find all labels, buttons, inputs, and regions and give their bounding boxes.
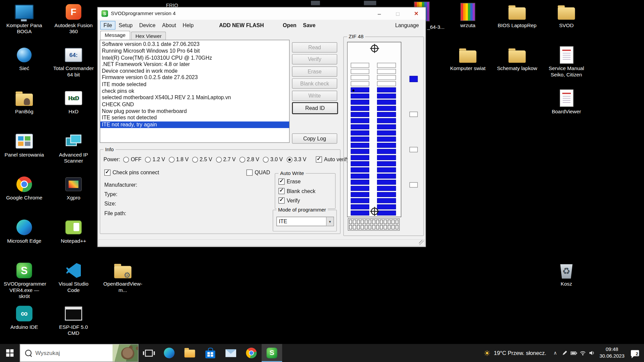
menu-item[interactable]: Device: [136, 21, 159, 29]
taskbar-search[interactable]: Wyszukaj: [20, 344, 139, 362]
taskbar-app[interactable]: [262, 344, 282, 362]
log-line[interactable]: Now plug power to the motherboard: [100, 108, 289, 115]
desktop-icon[interactable]: Microsoft Edge: [4, 218, 45, 244]
volume-icon[interactable]: [587, 350, 596, 356]
action-button[interactable]: Blank check: [292, 78, 337, 89]
menu-item[interactable]: About: [159, 21, 179, 29]
task-view-button[interactable]: [139, 344, 159, 362]
log-line[interactable]: check pins ok: [100, 88, 289, 95]
menu-item[interactable]: Language: [392, 21, 422, 29]
auto-write-checkbox[interactable]: Blank check: [278, 188, 315, 194]
search-icon: [25, 350, 32, 356]
titlebar[interactable]: SVODprogrammer version 4 – □ ×: [98, 7, 425, 20]
desktop-icon[interactable]: PanBóg: [4, 88, 45, 115]
menu-item[interactable]: ADD NEW FLASH: [216, 21, 267, 29]
chevron-down-icon[interactable]: ▾: [326, 217, 333, 226]
clock[interactable]: 09:48 30.06.2023: [596, 347, 628, 360]
desktop-icon[interactable]: Total Commander 64 bit: [53, 46, 94, 78]
desktop-icon[interactable]: Schematy lapkow: [496, 46, 537, 72]
desktop-icon-label: Schematy lapkow: [496, 66, 537, 72]
log-line[interactable]: ITE series not detected: [100, 115, 289, 121]
hxd-icon: [65, 91, 82, 105]
log-line[interactable]: ITE mode selected: [100, 81, 289, 88]
power-radio[interactable]: 1.8 V: [169, 157, 189, 163]
folder-user-icon: [16, 94, 33, 106]
desktop-icon[interactable]: Arduino IDE: [4, 304, 45, 330]
menu-item[interactable]: Setup: [115, 21, 136, 29]
quad-checkbox[interactable]: QUAD: [247, 170, 270, 176]
power-radio[interactable]: 1.2 V: [145, 157, 165, 163]
desktop-icon[interactable]: Advanced IP Scanner: [53, 132, 94, 164]
check-pins-checkbox[interactable]: Check pins connect: [104, 170, 159, 176]
desktop-icon[interactable]: Komputer Pana BOGA: [4, 2, 45, 35]
desktop-icon[interactable]: SVOD: [546, 2, 587, 28]
power-row: Power: OFF 1.2 V 1.8 V: [104, 157, 338, 163]
taskbar-app[interactable]: [241, 344, 262, 362]
desktop-icon[interactable]: Service Manual Seiko, Citizen: [546, 46, 587, 78]
desktop-icon[interactable]: OpenBoardView-m...: [102, 261, 143, 293]
log-line[interactable]: selected motherboard X540LJ REV 2.1 Main…: [100, 95, 289, 101]
menu-item[interactable]: File: [100, 21, 115, 29]
desktop-icon[interactable]: Autodesk Fusion 360: [53, 2, 94, 35]
desktop-icon[interactable]: Kosz: [546, 261, 587, 287]
pen-icon[interactable]: [560, 350, 569, 356]
desktop-icon[interactable]: BoardViewer: [546, 88, 587, 115]
tray-chevron-up-icon[interactable]: [550, 350, 560, 356]
power-radio[interactable]: 2.8 V: [239, 157, 259, 163]
menu-item[interactable]: Open: [279, 21, 300, 29]
close-button[interactable]: ×: [407, 7, 425, 19]
log-line[interactable]: .NET Framework Version: 4.8 or later: [100, 61, 289, 68]
message-log[interactable]: Software version 0.0.3.1 date 27.06.2023…: [100, 40, 290, 143]
tab[interactable]: Hex Viewer: [131, 32, 166, 40]
desktop-icon[interactable]: Google Chrome: [4, 175, 45, 201]
taskbar-app[interactable]: [159, 344, 179, 362]
auto-write-checkbox[interactable]: Verify: [278, 197, 315, 203]
menu-item[interactable]: Help: [179, 21, 197, 29]
minimize-button[interactable]: –: [370, 7, 388, 19]
action-button[interactable]: Erase: [292, 66, 337, 77]
action-button[interactable]: Read: [292, 42, 337, 53]
desktop-icon[interactable]: Panel sterowania: [4, 132, 45, 158]
log-line[interactable]: Intel(R) Core(TM) i5-10310U CPU @ 1.70GH…: [100, 54, 289, 61]
power-radio[interactable]: 3.0 V: [263, 157, 283, 163]
log-line[interactable]: Software version 0.0.3.1 date 27.06.2023: [100, 41, 289, 48]
notification-center-button[interactable]: 2: [628, 350, 642, 356]
battery-icon[interactable]: [569, 350, 578, 356]
power-radio[interactable]: 3.3 V: [286, 157, 306, 163]
action-button[interactable]: Verify: [292, 54, 337, 65]
taskbar-app[interactable]: [200, 344, 220, 362]
log-line[interactable]: ITE not ready, try again: [100, 121, 289, 128]
desktop-icon[interactable]: wrzuta: [447, 2, 488, 28]
power-radio[interactable]: 2.7 V: [216, 157, 236, 163]
desktop-icon[interactable]: BIOS LaptopRep: [496, 2, 537, 28]
power-radio[interactable]: 2.5 V: [192, 157, 212, 163]
action-button[interactable]: Write: [292, 91, 337, 101]
desktop-icon[interactable]: Sieć: [4, 46, 45, 72]
desktop-icon[interactable]: Komputer swiat: [447, 46, 488, 72]
start-button[interactable]: [0, 344, 20, 362]
desktop-icon[interactable]: Xgpro: [53, 175, 94, 201]
power-radio[interactable]: OFF: [123, 157, 142, 163]
menu-item[interactable]: Save: [300, 21, 319, 29]
weather-widget[interactable]: 19°C Przew. słonecz.: [479, 348, 550, 358]
auto-write-checkbox[interactable]: Erase: [278, 179, 315, 185]
network-icon[interactable]: [578, 350, 587, 356]
action-button[interactable]: Copy Log: [292, 133, 337, 144]
log-line[interactable]: Device connected in work mode: [100, 68, 289, 74]
desktop-icon[interactable]: SVODprogrammer VER4.exe — skrót: [4, 261, 45, 299]
desktop-icon[interactable]: Notepad++: [53, 218, 94, 244]
log-line[interactable]: CHECK GND: [100, 101, 289, 108]
maximize-button[interactable]: □: [388, 7, 407, 19]
desktop-icon[interactable]: ESP-IDF 5.0 CMD: [53, 304, 94, 336]
log-line[interactable]: Running Microsoft Windows 10 Pro 64 bit: [100, 48, 289, 54]
taskbar-app[interactable]: [221, 344, 241, 362]
log-line[interactable]: Firmware version 0.0.2.5 date 27.6.2023: [100, 74, 289, 81]
desktop-icon[interactable]: HxD: [53, 88, 94, 115]
partial-icon-label[interactable]: _64-3...: [427, 24, 444, 30]
taskbar-app[interactable]: [179, 344, 200, 362]
action-button[interactable]: Read ID: [292, 102, 338, 114]
resize-grip[interactable]: [419, 240, 424, 245]
tab[interactable]: Message: [100, 31, 130, 40]
mode-dropdown[interactable]: ITE ▾: [276, 217, 334, 226]
desktop-icon[interactable]: Visual Studio Code: [53, 261, 94, 293]
